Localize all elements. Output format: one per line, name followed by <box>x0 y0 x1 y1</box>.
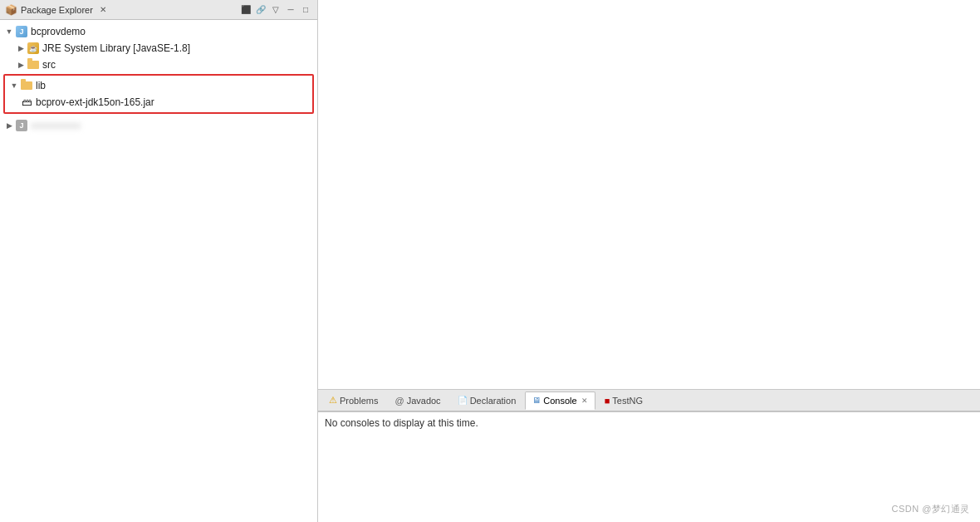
left-panel: 📦 Package Explorer ✕ ⬛ 🔗 ▽ ─ □ J bcprovd… <box>0 0 318 522</box>
lib-item[interactable]: lib <box>5 77 312 94</box>
project-arrow <box>3 27 15 36</box>
tab-problems[interactable]: ⚠ Problems <box>321 392 385 410</box>
tab-javadoc-label: Javadoc <box>407 396 441 406</box>
lib-label: lib <box>36 80 46 91</box>
jre-item[interactable]: ☕ JRE System Library [JavaSE-1.8] <box>0 40 317 57</box>
tab-testng-label: TestNG <box>612 396 643 406</box>
view-menu-btn[interactable]: ▽ <box>269 3 282 17</box>
jar-item[interactable]: 🗃 bcprov-ext-jdk15on-165.jar <box>5 94 312 111</box>
lib-arrow <box>8 81 20 90</box>
testng-icon: ■ <box>605 396 610 406</box>
console-close-icon[interactable]: ✕ <box>581 396 588 405</box>
javadoc-icon: @ <box>394 396 404 406</box>
editor-area <box>318 0 980 389</box>
src-item[interactable]: src <box>0 57 317 73</box>
jre-icon: ☕ <box>27 42 40 55</box>
declaration-icon: 📄 <box>458 396 468 405</box>
src-label: src <box>42 59 56 71</box>
project-icon: J <box>15 25 28 38</box>
jar-label: bcprov-ext-jdk15on-165.jar <box>36 96 154 108</box>
console-message: No consoles to display at this time. <box>325 417 478 429</box>
panel-header: 📦 Package Explorer ✕ ⬛ 🔗 ▽ ─ □ <box>0 0 317 20</box>
tab-testng[interactable]: ■ TestNG <box>597 392 650 410</box>
jar-icon: 🗃 <box>20 96 33 109</box>
panel-title-close[interactable]: ✕ <box>100 5 106 14</box>
project-label: bcprovdemo <box>31 26 86 37</box>
lib-icon <box>20 79 33 92</box>
package-explorer-icon: 📦 <box>5 4 17 16</box>
jre-label: JRE System Library [JavaSE-1.8] <box>42 42 190 54</box>
tab-declaration-label: Declaration <box>470 396 517 406</box>
lib-highlight-box: lib 🗃 bcprov-ext-jdk15on-165.jar <box>3 74 314 114</box>
bottom-panel: ⚠ Problems @ Javadoc 📄 Declaration 🖥 Con… <box>318 389 980 522</box>
src-icon <box>27 58 40 71</box>
jre-arrow <box>15 44 27 52</box>
right-panel: ⚠ Problems @ Javadoc 📄 Declaration 🖥 Con… <box>318 0 980 522</box>
problems-icon: ⚠ <box>329 395 337 406</box>
panel-title-label: Package Explorer <box>21 5 93 15</box>
collapse-all-btn[interactable]: ⬛ <box>239 3 252 17</box>
tab-console-label: Console <box>543 396 576 406</box>
main-layout: 📦 Package Explorer ✕ ⬛ 🔗 ▽ ─ □ J bcprovd… <box>0 0 980 522</box>
panel-title: 📦 Package Explorer ✕ <box>5 4 106 16</box>
tab-problems-label: Problems <box>340 396 378 406</box>
tab-console[interactable]: 🖥 Console ✕ <box>525 392 595 410</box>
blurred-label: xxxxxxxxxx <box>31 120 81 131</box>
blurred-item[interactable]: J xxxxxxxxxx <box>0 117 317 134</box>
panel-actions: ⬛ 🔗 ▽ ─ □ <box>239 3 312 17</box>
tab-declaration[interactable]: 📄 Declaration <box>450 392 524 410</box>
watermark: CSDN @梦幻通灵 <box>892 503 970 515</box>
minimize-btn[interactable]: ─ <box>284 3 297 17</box>
blurred-arrow <box>3 121 15 130</box>
tabs-bar: ⚠ Problems @ Javadoc 📄 Declaration 🖥 Con… <box>318 390 980 411</box>
project-item[interactable]: J bcprovdemo <box>0 23 317 40</box>
blurred-icon: J <box>15 119 28 132</box>
src-arrow <box>15 61 27 69</box>
console-content: No consoles to display at this time. <box>318 412 980 522</box>
maximize-btn[interactable]: □ <box>299 3 312 17</box>
console-icon: 🖥 <box>532 396 541 405</box>
tab-javadoc[interactable]: @ Javadoc <box>387 392 448 410</box>
link-with-editor-btn[interactable]: 🔗 <box>254 3 267 17</box>
tree-content: J bcprovdemo ☕ JRE System Library [JavaS… <box>0 20 317 522</box>
